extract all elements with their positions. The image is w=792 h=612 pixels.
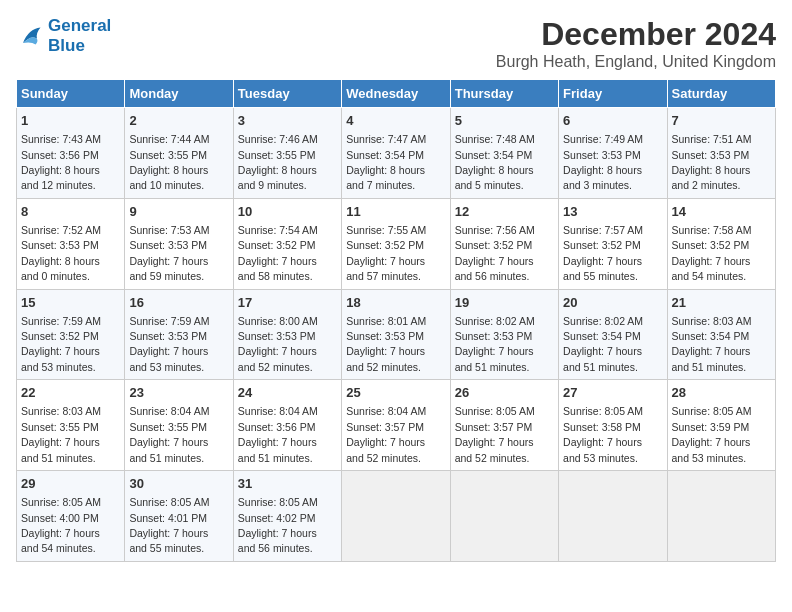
calendar-cell: 16Sunrise: 7:59 AM Sunset: 3:53 PM Dayli… (125, 289, 233, 380)
calendar-cell: 12Sunrise: 7:56 AM Sunset: 3:52 PM Dayli… (450, 198, 558, 289)
day-info: Sunrise: 7:55 AM Sunset: 3:52 PM Dayligh… (346, 224, 426, 282)
day-number: 6 (563, 112, 662, 130)
day-info: Sunrise: 8:05 AM Sunset: 4:00 PM Dayligh… (21, 496, 101, 554)
day-number: 20 (563, 294, 662, 312)
calendar-cell: 13Sunrise: 7:57 AM Sunset: 3:52 PM Dayli… (559, 198, 667, 289)
day-number: 19 (455, 294, 554, 312)
day-number: 31 (238, 475, 337, 493)
day-number: 15 (21, 294, 120, 312)
calendar-cell (450, 471, 558, 562)
day-info: Sunrise: 8:05 AM Sunset: 3:57 PM Dayligh… (455, 405, 535, 463)
calendar-cell: 28Sunrise: 8:05 AM Sunset: 3:59 PM Dayli… (667, 380, 775, 471)
logo-bird-icon (16, 22, 44, 50)
day-number: 26 (455, 384, 554, 402)
day-number: 8 (21, 203, 120, 221)
calendar-week-row: 15Sunrise: 7:59 AM Sunset: 3:52 PM Dayli… (17, 289, 776, 380)
calendar-cell (342, 471, 450, 562)
calendar-cell: 24Sunrise: 8:04 AM Sunset: 3:56 PM Dayli… (233, 380, 341, 471)
day-number: 3 (238, 112, 337, 130)
calendar-cell: 11Sunrise: 7:55 AM Sunset: 3:52 PM Dayli… (342, 198, 450, 289)
day-info: Sunrise: 7:54 AM Sunset: 3:52 PM Dayligh… (238, 224, 318, 282)
day-info: Sunrise: 8:04 AM Sunset: 3:55 PM Dayligh… (129, 405, 209, 463)
day-info: Sunrise: 7:56 AM Sunset: 3:52 PM Dayligh… (455, 224, 535, 282)
calendar-cell: 25Sunrise: 8:04 AM Sunset: 3:57 PM Dayli… (342, 380, 450, 471)
column-header-tuesday: Tuesday (233, 80, 341, 108)
calendar-cell: 5Sunrise: 7:48 AM Sunset: 3:54 PM Daylig… (450, 108, 558, 199)
column-header-wednesday: Wednesday (342, 80, 450, 108)
calendar-cell: 8Sunrise: 7:52 AM Sunset: 3:53 PM Daylig… (17, 198, 125, 289)
calendar-cell: 30Sunrise: 8:05 AM Sunset: 4:01 PM Dayli… (125, 471, 233, 562)
day-info: Sunrise: 7:57 AM Sunset: 3:52 PM Dayligh… (563, 224, 643, 282)
day-info: Sunrise: 7:51 AM Sunset: 3:53 PM Dayligh… (672, 133, 752, 191)
calendar-cell: 7Sunrise: 7:51 AM Sunset: 3:53 PM Daylig… (667, 108, 775, 199)
calendar-week-row: 29Sunrise: 8:05 AM Sunset: 4:00 PM Dayli… (17, 471, 776, 562)
calendar-cell: 27Sunrise: 8:05 AM Sunset: 3:58 PM Dayli… (559, 380, 667, 471)
column-header-thursday: Thursday (450, 80, 558, 108)
calendar-cell: 9Sunrise: 7:53 AM Sunset: 3:53 PM Daylig… (125, 198, 233, 289)
calendar-cell: 23Sunrise: 8:04 AM Sunset: 3:55 PM Dayli… (125, 380, 233, 471)
day-info: Sunrise: 8:00 AM Sunset: 3:53 PM Dayligh… (238, 315, 318, 373)
day-number: 23 (129, 384, 228, 402)
day-number: 30 (129, 475, 228, 493)
calendar-cell: 19Sunrise: 8:02 AM Sunset: 3:53 PM Dayli… (450, 289, 558, 380)
day-info: Sunrise: 7:59 AM Sunset: 3:53 PM Dayligh… (129, 315, 209, 373)
day-number: 18 (346, 294, 445, 312)
day-number: 4 (346, 112, 445, 130)
calendar-cell: 14Sunrise: 7:58 AM Sunset: 3:52 PM Dayli… (667, 198, 775, 289)
day-info: Sunrise: 8:04 AM Sunset: 3:56 PM Dayligh… (238, 405, 318, 463)
logo: General Blue (16, 16, 111, 55)
day-info: Sunrise: 8:02 AM Sunset: 3:53 PM Dayligh… (455, 315, 535, 373)
calendar-week-row: 22Sunrise: 8:03 AM Sunset: 3:55 PM Dayli… (17, 380, 776, 471)
day-info: Sunrise: 8:01 AM Sunset: 3:53 PM Dayligh… (346, 315, 426, 373)
day-number: 22 (21, 384, 120, 402)
day-info: Sunrise: 8:05 AM Sunset: 4:01 PM Dayligh… (129, 496, 209, 554)
page-subtitle: Burgh Heath, England, United Kingdom (496, 53, 776, 71)
day-number: 14 (672, 203, 771, 221)
day-info: Sunrise: 7:52 AM Sunset: 3:53 PM Dayligh… (21, 224, 101, 282)
day-info: Sunrise: 7:53 AM Sunset: 3:53 PM Dayligh… (129, 224, 209, 282)
calendar-cell: 3Sunrise: 7:46 AM Sunset: 3:55 PM Daylig… (233, 108, 341, 199)
day-number: 29 (21, 475, 120, 493)
calendar-cell: 26Sunrise: 8:05 AM Sunset: 3:57 PM Dayli… (450, 380, 558, 471)
day-info: Sunrise: 7:46 AM Sunset: 3:55 PM Dayligh… (238, 133, 318, 191)
calendar-cell: 29Sunrise: 8:05 AM Sunset: 4:00 PM Dayli… (17, 471, 125, 562)
column-header-monday: Monday (125, 80, 233, 108)
day-number: 7 (672, 112, 771, 130)
title-area: December 2024 Burgh Heath, England, Unit… (496, 16, 776, 71)
day-info: Sunrise: 8:02 AM Sunset: 3:54 PM Dayligh… (563, 315, 643, 373)
calendar-week-row: 8Sunrise: 7:52 AM Sunset: 3:53 PM Daylig… (17, 198, 776, 289)
day-info: Sunrise: 7:49 AM Sunset: 3:53 PM Dayligh… (563, 133, 643, 191)
day-number: 13 (563, 203, 662, 221)
day-number: 25 (346, 384, 445, 402)
day-info: Sunrise: 7:59 AM Sunset: 3:52 PM Dayligh… (21, 315, 101, 373)
day-number: 28 (672, 384, 771, 402)
calendar-cell: 2Sunrise: 7:44 AM Sunset: 3:55 PM Daylig… (125, 108, 233, 199)
day-info: Sunrise: 8:05 AM Sunset: 3:58 PM Dayligh… (563, 405, 643, 463)
calendar-cell: 10Sunrise: 7:54 AM Sunset: 3:52 PM Dayli… (233, 198, 341, 289)
day-info: Sunrise: 8:03 AM Sunset: 3:55 PM Dayligh… (21, 405, 101, 463)
column-header-friday: Friday (559, 80, 667, 108)
calendar-cell: 1Sunrise: 7:43 AM Sunset: 3:56 PM Daylig… (17, 108, 125, 199)
day-number: 12 (455, 203, 554, 221)
day-info: Sunrise: 7:47 AM Sunset: 3:54 PM Dayligh… (346, 133, 426, 191)
day-number: 2 (129, 112, 228, 130)
day-info: Sunrise: 7:43 AM Sunset: 3:56 PM Dayligh… (21, 133, 101, 191)
day-info: Sunrise: 8:05 AM Sunset: 3:59 PM Dayligh… (672, 405, 752, 463)
day-info: Sunrise: 8:05 AM Sunset: 4:02 PM Dayligh… (238, 496, 318, 554)
calendar-cell: 20Sunrise: 8:02 AM Sunset: 3:54 PM Dayli… (559, 289, 667, 380)
day-number: 17 (238, 294, 337, 312)
calendar-cell (667, 471, 775, 562)
calendar-cell (559, 471, 667, 562)
calendar-cell: 22Sunrise: 8:03 AM Sunset: 3:55 PM Dayli… (17, 380, 125, 471)
calendar-cell: 21Sunrise: 8:03 AM Sunset: 3:54 PM Dayli… (667, 289, 775, 380)
calendar-cell: 17Sunrise: 8:00 AM Sunset: 3:53 PM Dayli… (233, 289, 341, 380)
day-info: Sunrise: 8:04 AM Sunset: 3:57 PM Dayligh… (346, 405, 426, 463)
day-info: Sunrise: 8:03 AM Sunset: 3:54 PM Dayligh… (672, 315, 752, 373)
calendar-cell: 6Sunrise: 7:49 AM Sunset: 3:53 PM Daylig… (559, 108, 667, 199)
calendar-cell: 31Sunrise: 8:05 AM Sunset: 4:02 PM Dayli… (233, 471, 341, 562)
calendar-cell: 4Sunrise: 7:47 AM Sunset: 3:54 PM Daylig… (342, 108, 450, 199)
day-info: Sunrise: 7:44 AM Sunset: 3:55 PM Dayligh… (129, 133, 209, 191)
calendar-cell: 15Sunrise: 7:59 AM Sunset: 3:52 PM Dayli… (17, 289, 125, 380)
page-header: General Blue December 2024 Burgh Heath, … (16, 16, 776, 71)
day-number: 5 (455, 112, 554, 130)
